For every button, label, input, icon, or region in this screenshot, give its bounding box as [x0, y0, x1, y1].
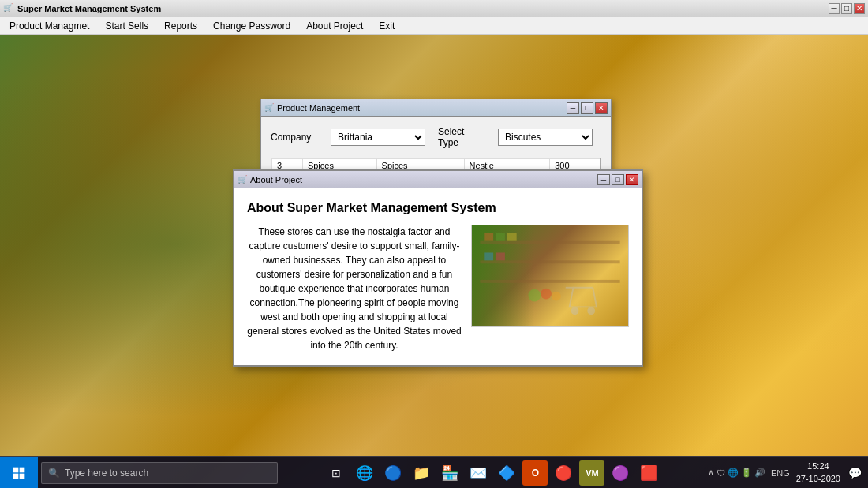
- language-label[interactable]: ENG: [771, 468, 790, 478]
- type-select[interactable]: Biscutes: [498, 129, 593, 146]
- svg-rect-2: [480, 280, 619, 283]
- clock-date: 27-10-2020: [796, 473, 840, 485]
- svg-rect-17: [20, 473, 25, 479]
- svg-rect-3: [484, 233, 493, 241]
- taskbar: 🔍 Type here to search ⊡ 🌐 🔵 📁 🏪 ✉️ 🔷 O 🔴…: [0, 456, 868, 488]
- about-title-bar: 🛒 About Project ─ □ ✕: [234, 171, 642, 188]
- svg-rect-6: [484, 252, 493, 260]
- menu-product-management[interactable]: Product Managmet: [3, 19, 95, 33]
- tray-arrow-icon[interactable]: ∧: [708, 468, 714, 478]
- taskbar-search-box[interactable]: 🔍 Type here to search: [41, 462, 278, 484]
- svg-point-13: [552, 292, 561, 301]
- search-icon: 🔍: [48, 468, 60, 479]
- product-title-bar: 🛒 Product Management ─ □ ✕: [261, 99, 611, 117]
- taskbar-vmware-icon[interactable]: VM: [579, 460, 604, 486]
- windows-logo-icon: [13, 467, 25, 479]
- svg-rect-4: [496, 233, 505, 241]
- product-window-icon: 🛒: [264, 103, 274, 112]
- network-icon[interactable]: 🌐: [728, 468, 739, 478]
- taskbar-chrome-icon[interactable]: 🌐: [352, 460, 377, 486]
- taskbar-store-icon[interactable]: 🏪: [437, 460, 462, 486]
- about-heading: About Super Market Management System: [247, 201, 629, 215]
- app-icon: 🛒: [3, 3, 14, 14]
- taskbar-app1-icon[interactable]: 🔷: [494, 460, 519, 486]
- menu-start-sells[interactable]: Start Sells: [99, 19, 155, 33]
- about-window-title: About Project: [250, 175, 597, 184]
- svg-rect-14: [13, 467, 19, 472]
- shield-icon[interactable]: 🛡: [716, 468, 725, 478]
- taskbar-explorer-icon[interactable]: 📁: [409, 460, 434, 486]
- volume-icon[interactable]: 🔊: [754, 468, 765, 478]
- menu-exit[interactable]: Exit: [372, 19, 401, 33]
- about-maximize-button[interactable]: □: [612, 174, 624, 185]
- about-description: These stores can use the nostalgia facto…: [247, 225, 462, 352]
- taskbar-clock[interactable]: 15:24 27-10-2020 💬: [796, 460, 868, 485]
- product-minimize-button[interactable]: ─: [567, 102, 579, 114]
- product-maximize-button[interactable]: □: [581, 102, 593, 114]
- taskbar-vs-icon[interactable]: 🟣: [608, 460, 633, 486]
- notification-icon[interactable]: 💬: [848, 467, 862, 479]
- search-placeholder: Type here to search: [65, 468, 148, 479]
- svg-rect-15: [20, 467, 25, 472]
- menu-reports[interactable]: Reports: [158, 19, 204, 33]
- system-tray: ∧ 🛡 🌐 🔋 🔊 ENG: [708, 468, 790, 478]
- svg-point-12: [541, 289, 552, 300]
- svg-point-8: [571, 307, 579, 315]
- svg-point-9: [587, 307, 595, 315]
- task-view-icon[interactable]: ⊡: [324, 460, 349, 486]
- product-window-title: Product Management: [277, 103, 567, 113]
- about-body: These stores can use the nostalgia facto…: [247, 225, 629, 352]
- svg-rect-7: [496, 252, 505, 260]
- taskbar-icons: ⊡ 🌐 🔵 📁 🏪 ✉️ 🔷 O 🔴 VM 🟣 🟥: [278, 460, 708, 486]
- main-title-bar: 🛒 Super Market Management System ─ □ ✕: [0, 0, 868, 17]
- taskbar-app2-icon[interactable]: 🔴: [551, 460, 576, 486]
- taskbar-edge-icon[interactable]: 🔵: [380, 460, 406, 486]
- about-content: About Super Market Management System The…: [234, 188, 642, 365]
- svg-point-11: [528, 289, 541, 302]
- about-image: [471, 225, 629, 327]
- product-window-controls: ─ □ ✕: [567, 102, 608, 114]
- taskbar-mail-icon[interactable]: ✉️: [466, 460, 491, 486]
- window-controls: ─ □ ✕: [829, 3, 865, 14]
- menu-about-project[interactable]: About Project: [300, 19, 369, 33]
- close-button[interactable]: ✕: [854, 3, 865, 14]
- type-label: Select Type: [438, 126, 485, 148]
- app-title: Super Market Management System: [17, 4, 829, 13]
- svg-rect-5: [507, 233, 517, 241]
- menu-change-password[interactable]: Change Password: [207, 19, 297, 33]
- about-close-button[interactable]: ✕: [626, 174, 638, 185]
- about-window-icon: 🛒: [238, 175, 247, 184]
- company-select[interactable]: Brittania: [331, 129, 425, 146]
- minimize-button[interactable]: ─: [829, 3, 840, 14]
- menu-bar: Product Managmet Start Sells Reports Cha…: [0, 17, 868, 35]
- battery-icon[interactable]: 🔋: [741, 468, 752, 478]
- svg-rect-0: [480, 241, 619, 244]
- product-filter-row: Company Brittania Select Type Biscutes: [271, 126, 601, 148]
- start-button[interactable]: [0, 457, 38, 489]
- svg-rect-1: [480, 260, 619, 263]
- company-label: Company: [271, 132, 318, 143]
- clock-time: 15:24: [796, 460, 840, 472]
- about-project-window: 🛒 About Project ─ □ ✕ About Super Market…: [233, 169, 643, 367]
- about-window-controls: ─ □ ✕: [597, 174, 638, 185]
- product-close-button[interactable]: ✕: [595, 102, 608, 114]
- taskbar-app3-icon[interactable]: 🟥: [636, 460, 661, 486]
- clock-display: 15:24 27-10-2020: [796, 460, 840, 485]
- taskbar-office-icon[interactable]: O: [522, 460, 548, 486]
- svg-rect-16: [13, 473, 19, 479]
- grocery-illustration: [472, 225, 628, 326]
- about-minimize-button[interactable]: ─: [597, 174, 610, 185]
- maximize-button[interactable]: □: [841, 3, 852, 14]
